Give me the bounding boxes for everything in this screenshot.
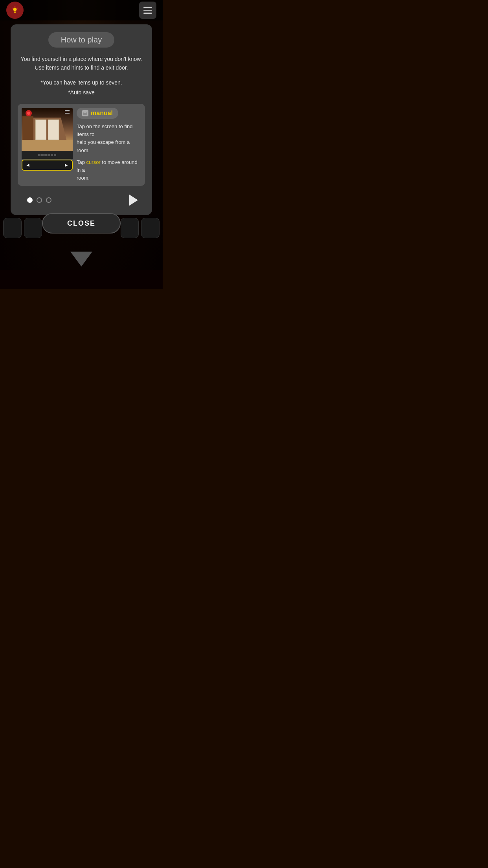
modal-notes: *You can have items up to seven. *Auto s… — [18, 78, 145, 97]
modal-note-2: *Auto save — [18, 88, 145, 97]
inventory-slot-6[interactable] — [141, 218, 160, 238]
manual-tag-label: manual — [91, 110, 113, 117]
room-floor — [22, 140, 73, 151]
svg-point-2 — [14, 6, 15, 7]
arrow-control[interactable]: ◄ ► — [22, 160, 73, 171]
manual-desc-1: Tap on the screen to find items tohelp y… — [77, 123, 141, 154]
room-alert-icon — [26, 110, 32, 116]
modal-description: You find yourself in a place where you d… — [18, 55, 145, 72]
inventory-slot-1[interactable] — [3, 218, 22, 238]
manual-text-panel: manual Tap on the screen to find items t… — [77, 108, 141, 182]
room-preview-image — [22, 108, 73, 151]
svg-point-3 — [17, 8, 18, 9]
top-bar — [0, 0, 163, 20]
manual-tap-prefix: Tap — [77, 159, 86, 165]
manual-tag-icon — [82, 110, 88, 116]
menu-line-2 — [143, 10, 152, 11]
arrow-right[interactable]: ► — [64, 162, 69, 168]
modal-title: How to play — [48, 32, 115, 48]
menu-button[interactable] — [139, 2, 156, 19]
next-button[interactable] — [124, 192, 143, 208]
inventory-slot-5[interactable] — [121, 218, 139, 238]
svg-rect-6 — [84, 112, 86, 113]
svg-rect-5 — [83, 112, 87, 115]
room-nav-bar — [22, 151, 73, 159]
pagination-dots — [27, 197, 51, 203]
menu-line-1 — [143, 7, 152, 8]
room-shelf — [22, 116, 33, 140]
manual-cursor-text: Tap cursor to move around in aroom. — [77, 158, 141, 182]
bottom-bar — [0, 270, 163, 289]
modal-note-1: *You can have items up to seven. — [18, 78, 145, 88]
pagination-dot-3 — [46, 197, 51, 203]
manual-card: ◄ ► manual Tap on the screen to find ite… — [18, 104, 145, 186]
how-to-play-modal: How to play You find yourself in a place… — [11, 24, 152, 215]
inventory-slot-2[interactable] — [24, 218, 42, 238]
menu-line-3 — [143, 13, 152, 14]
close-button[interactable]: CLOSE — [42, 213, 121, 234]
room-menu-icon — [65, 110, 70, 114]
room-door-left — [35, 120, 46, 140]
down-arrow-icon — [70, 252, 92, 267]
cursor-word: cursor — [86, 159, 101, 165]
modal-title-wrap: How to play — [18, 32, 145, 48]
room-door-right — [48, 120, 59, 140]
pagination-dot-2 — [37, 197, 42, 203]
down-arrow-wrap — [70, 252, 92, 267]
svg-point-4 — [12, 8, 13, 9]
pagination-row — [18, 191, 145, 208]
close-button-label: CLOSE — [67, 219, 95, 228]
arrow-left[interactable]: ◄ — [26, 162, 30, 168]
svg-rect-1 — [14, 12, 16, 13]
manual-tag: manual — [77, 108, 118, 119]
hint-button[interactable] — [6, 2, 24, 19]
pagination-dot-1 — [27, 197, 33, 203]
room-preview-panel: ◄ ► — [22, 108, 73, 182]
play-icon — [129, 195, 138, 206]
